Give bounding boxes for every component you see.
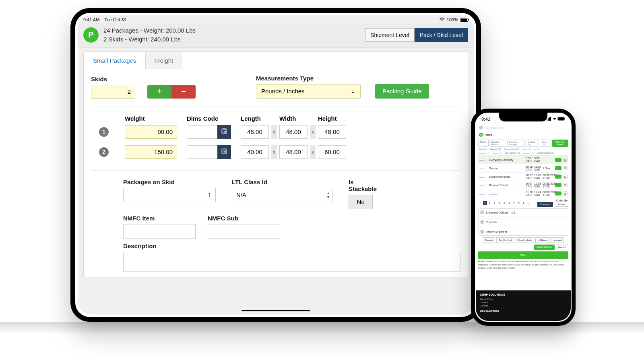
skids-increment-button[interactable]: + (147, 85, 171, 99)
action-insured[interactable]: Insured (551, 237, 564, 243)
home-indicator[interactable] (242, 310, 310, 311)
shipment-level-button[interactable]: Shipment Level (365, 28, 415, 42)
height-input[interactable] (318, 145, 346, 159)
select-rate-button[interactable] (555, 158, 561, 162)
footer-link-contact[interactable]: Contact (480, 304, 567, 307)
price-button[interactable]: $ (563, 158, 568, 162)
packages-on-skid-input[interactable] (123, 188, 216, 202)
orderby-cheapest-button[interactable]: Cheapest (537, 202, 553, 207)
dim-separator: x (310, 125, 316, 139)
filter-freight[interactable]: Freight (8) (489, 148, 502, 150)
page-number[interactable]: 5 (502, 201, 506, 205)
carrier-mycarrier[interactable]: My Carrier (1) (504, 152, 520, 154)
action-email-labels[interactable]: Email Labels (516, 237, 534, 243)
skids-decrement-button[interactable]: − (171, 85, 196, 99)
price-button[interactable]: $ (563, 191, 568, 195)
length-input[interactable] (241, 125, 269, 139)
ltl-class-select[interactable] (232, 188, 332, 202)
width-input[interactable] (279, 125, 308, 139)
select-rate-button[interactable] (555, 166, 561, 170)
rate-row[interactable]: ▬▬ Expedited Parcel 10.87 CAD 11.03 CAD … (478, 172, 568, 181)
carrier-blurred[interactable]: ▬▬▬ (3) (522, 152, 535, 154)
page-number[interactable]: 3 (493, 201, 497, 205)
page-prev[interactable]: ‹ (478, 201, 482, 205)
dims-code-input[interactable] (187, 125, 217, 139)
rate-row[interactable]: ▬▬ Everyday Economy 5.53 CAD 5.53 CAD $ (478, 155, 568, 164)
status-time: 9:41 AM (83, 17, 99, 22)
page-number[interactable]: 6 (507, 201, 511, 205)
page-number[interactable]: 4 (497, 201, 502, 205)
orderby-fastest-button[interactable]: Fastest (555, 202, 568, 207)
carrier-2ship[interactable]: 2ship courier (2) (536, 152, 555, 154)
carrier-blurred[interactable]: ▬▬ (2) (492, 152, 502, 154)
packing-guide-button[interactable]: Packing Guide (375, 84, 429, 99)
weight-input[interactable] (125, 125, 177, 139)
footer-link-about[interactable]: About 2Ship (480, 298, 567, 301)
height-input[interactable] (318, 125, 346, 139)
section-addresses[interactable]: Addresses into (485, 126, 503, 129)
dims-code-input[interactable] (187, 145, 217, 159)
nmfc-item-input[interactable] (123, 224, 196, 239)
select-rate-button[interactable] (555, 183, 561, 187)
footer-link-careers[interactable]: Careers (480, 301, 567, 304)
page-number[interactable]: 1 (483, 201, 487, 205)
weight-input[interactable] (125, 145, 177, 159)
select-rate-button[interactable] (555, 175, 561, 179)
action-put-on-hold[interactable]: Put On Hold (496, 237, 514, 243)
minus-icon: − (181, 87, 186, 96)
page-next[interactable]: › (526, 201, 530, 205)
length-input[interactable] (241, 145, 269, 159)
section-shipment-options[interactable]: Shipment Options - ICS (478, 208, 568, 216)
description-input[interactable] (123, 252, 460, 272)
filter-all[interactable]: All (42) (478, 148, 487, 150)
eta: 08/30/2019 17:00 (543, 182, 554, 188)
filter-sameday[interactable]: Same-Day (3) (504, 148, 520, 150)
pack-skid-level-button[interactable]: Pack / Skid Level (415, 28, 468, 42)
subtab-drop-off[interactable]: Drop Off (540, 140, 551, 147)
filter-blurred[interactable]: ▬ (3) (533, 148, 541, 150)
filter-blurred[interactable]: ▬▬ (2) (522, 148, 532, 150)
subtab-rates[interactable]: Rates (478, 140, 489, 147)
action-is-return[interactable]: Is Return (535, 237, 550, 243)
measurements-label: Measurements Type (256, 75, 429, 82)
section-contents[interactable]: Contents (478, 218, 568, 226)
section-return-shipment[interactable]: Return Shipment (478, 228, 568, 236)
is-stackable-toggle[interactable]: No (349, 195, 373, 209)
dims-lookup-button[interactable] (217, 125, 231, 139)
tab-freight[interactable]: Freight (146, 52, 183, 69)
subtab-service-filters[interactable]: Service Filters (489, 140, 506, 147)
ship-button[interactable]: Ship (478, 251, 568, 259)
measurements-select[interactable]: Pounds / Inches ⌄ (256, 84, 361, 99)
rate-row[interactable]: ▬▬ ▬▬▬ 11.38 CAD 12.24 CAD 08/30/2019 17… (478, 189, 568, 197)
subtab-deliver-by[interactable]: Deliver By (526, 140, 539, 147)
reload-button[interactable]: Reload (556, 245, 568, 250)
page-number[interactable]: 7 (512, 201, 516, 205)
nmfc-sub-input[interactable] (208, 224, 280, 239)
price-button[interactable]: $ (563, 175, 568, 179)
rate-row[interactable]: ▬▬ Ground 10.09 CAD 11.05 CAD 1 Day $ (478, 164, 568, 172)
price-2: 12.24 CAD (534, 191, 541, 196)
subtab-service-groups[interactable]: Service Groups (507, 140, 525, 147)
page-number[interactable]: 2 (488, 201, 492, 205)
packaging-card: Small Packages Freight Skids + (83, 51, 468, 278)
row-number-badge: 2 (99, 147, 109, 157)
skids-input[interactable] (91, 85, 135, 99)
battery-icon (460, 18, 468, 22)
pagination[interactable]: ‹ 1 2 3 4 5 6 7 8 9 › (478, 201, 530, 205)
width-input[interactable] (279, 145, 308, 159)
tab-small-packages[interactable]: Small Packages (84, 52, 146, 69)
page-number[interactable]: 9 (522, 201, 526, 205)
dims-lookup-button[interactable] (217, 145, 231, 159)
select-rate-button[interactable] (555, 191, 561, 195)
add-to-holding-button[interactable]: Add to Holding (534, 245, 555, 250)
refresh-rates-button[interactable]: Refresh Rates (552, 140, 568, 147)
page-number[interactable]: 8 (517, 201, 521, 205)
action-repeat[interactable]: Repeat (483, 237, 495, 243)
price-button[interactable]: $ (563, 183, 568, 187)
rate-row[interactable]: ▬▬ Regular Parcel 10.87 CAD 11.03 CAD 08… (478, 181, 568, 189)
price-button[interactable]: $ (563, 166, 568, 170)
svg-point-15 (225, 152, 226, 153)
service-name: Everyday Economy (489, 158, 524, 161)
carrier-blurred[interactable]: ▬▬▬ (4) (478, 152, 491, 154)
dim-separator: x (310, 145, 316, 159)
